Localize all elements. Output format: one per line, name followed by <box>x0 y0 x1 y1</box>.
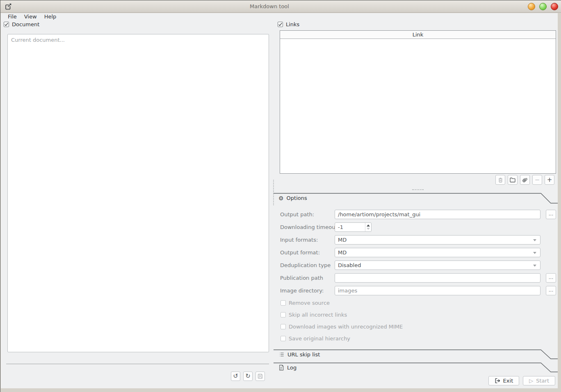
menu-help[interactable]: Help <box>41 13 60 20</box>
gear-icon: ⚙ <box>278 195 284 201</box>
remove-source-label: Remove source <box>289 300 330 306</box>
menu-file[interactable]: File <box>4 13 21 20</box>
document-panel: Document ↺ ↻ <box>1 20 274 388</box>
downloading-timeout-label: Downloading timeout: <box>280 222 339 232</box>
window-content: File View Help Document ↺ <box>1 13 558 388</box>
spin-down-icon[interactable] <box>367 228 370 230</box>
output-format-label: Output format: <box>280 248 320 257</box>
deduplication-type-value: Disabled <box>338 261 361 270</box>
app-window: Markdown tool File View Help Document <box>0 0 561 392</box>
log-file-icon <box>278 365 284 371</box>
document-checkbox[interactable] <box>4 22 9 27</box>
chevron-down-icon <box>533 265 536 267</box>
delete-link-button[interactable] <box>495 175 505 185</box>
document-checkbox-row[interactable]: Document <box>4 21 39 27</box>
output-path-label: Output path: <box>280 210 314 219</box>
titlebar: Markdown tool <box>0 0 561 13</box>
input-formats-select[interactable]: MD <box>335 235 540 245</box>
trash-icon <box>497 177 504 183</box>
spin-buttons[interactable] <box>365 223 371 231</box>
chevron-down-icon <box>533 239 536 241</box>
undo-button[interactable]: ↺ <box>231 372 240 381</box>
links-checkbox[interactable] <box>278 22 283 27</box>
links-table[interactable]: Link <box>280 30 556 174</box>
open-folder-button[interactable] <box>508 175 518 185</box>
maximize-button[interactable] <box>539 3 547 10</box>
save-original-hierarchy-checkbox-row[interactable]: Save original hierarchy <box>280 335 350 342</box>
downloading-timeout-value: -1 <box>338 223 343 231</box>
output-path-input[interactable] <box>335 210 540 219</box>
spin-up-icon[interactable] <box>367 224 370 227</box>
skip-incorrect-links-checkbox[interactable] <box>280 312 286 317</box>
paperclip-icon <box>522 177 528 183</box>
menubar: File View Help <box>1 13 558 20</box>
publication-path-browse-button[interactable]: ... <box>546 273 556 283</box>
links-checkbox-label: Links <box>286 21 299 27</box>
checkmark-icon <box>4 22 9 27</box>
options-splitter-handle[interactable] <box>412 189 424 190</box>
download-unrecognized-mime-checkbox[interactable] <box>280 324 286 329</box>
list-icon <box>278 351 285 358</box>
start-button-label: Start <box>536 378 549 384</box>
attach-file-button[interactable] <box>520 175 530 185</box>
url-skip-list-title: URL skip list <box>287 351 320 358</box>
minus-icon: − <box>535 176 540 184</box>
url-skip-list-section-header[interactable]: URL skip list <box>274 349 558 360</box>
section-fold-line <box>274 193 558 204</box>
deduplication-type-select[interactable]: Disabled <box>335 261 540 270</box>
right-panel: Links Link <box>274 20 558 388</box>
skip-incorrect-links-label: Skip all incorrect links <box>289 312 347 318</box>
document-divider <box>6 364 269 364</box>
chevron-down-icon <box>533 252 536 254</box>
remove-source-checkbox[interactable] <box>280 300 286 306</box>
options-section-header[interactable]: ⚙ Options <box>274 193 558 204</box>
window-title: Markdown tool <box>0 0 561 13</box>
publication-path-label: Publication path <box>280 273 323 283</box>
output-format-value: MD <box>338 248 347 257</box>
input-formats-value: MD <box>338 236 347 244</box>
downloading-timeout-spinbox[interactable]: -1 <box>335 222 372 232</box>
save-icon <box>257 373 263 379</box>
image-directory-browse-button[interactable]: ... <box>546 286 556 295</box>
download-unrecognized-mime-checkbox-row[interactable]: Download images with unrecognized MIME <box>280 324 403 330</box>
document-checkbox-label: Document <box>12 21 39 27</box>
play-icon: ▷ <box>529 378 533 384</box>
undo-icon: ↺ <box>233 373 238 379</box>
save-original-hierarchy-checkbox[interactable] <box>280 336 286 341</box>
image-directory-input[interactable] <box>335 286 540 295</box>
input-formats-label: Input formats: <box>280 235 318 245</box>
redo-button[interactable]: ↻ <box>243 372 253 381</box>
deduplication-type-label: Deduplication type <box>280 261 331 270</box>
options-section-title: Options <box>287 195 307 201</box>
exit-button-label: Exit <box>503 378 513 384</box>
folder-icon <box>509 177 516 183</box>
document-toolbar: ↺ ↻ <box>231 372 265 381</box>
add-link-button[interactable]: + <box>545 175 554 185</box>
links-table-header: Link <box>280 31 556 39</box>
links-checkbox-row[interactable]: Links <box>278 21 299 27</box>
plus-icon: + <box>547 176 552 184</box>
checkmark-icon <box>278 22 283 27</box>
output-format-select[interactable]: MD <box>335 248 540 257</box>
skip-incorrect-links-checkbox-row[interactable]: Skip all incorrect links <box>280 312 347 318</box>
image-directory-label: Image directory: <box>280 286 324 295</box>
log-section-header[interactable]: Log <box>274 363 558 373</box>
document-editor[interactable] <box>7 34 269 352</box>
menu-view[interactable]: View <box>21 13 41 20</box>
footer-actions: Exit ▷ Start <box>488 376 555 385</box>
output-path-browse-button[interactable]: ... <box>546 210 556 219</box>
remove-link-button[interactable]: − <box>532 175 542 185</box>
log-title: Log <box>287 365 296 371</box>
redo-icon: ↻ <box>245 373 251 379</box>
save-original-hierarchy-label: Save original hierarchy <box>289 335 350 342</box>
links-toolbar: − + <box>495 175 554 185</box>
exit-button[interactable]: Exit <box>488 376 520 385</box>
section-fold-line <box>274 363 558 372</box>
close-button[interactable] <box>551 3 558 10</box>
start-button[interactable]: ▷ Start <box>523 376 555 385</box>
minimize-button[interactable] <box>528 3 535 10</box>
save-button[interactable] <box>255 372 265 381</box>
remove-source-checkbox-row[interactable]: Remove source <box>280 300 330 306</box>
publication-path-input[interactable] <box>335 273 540 283</box>
download-unrecognized-mime-label: Download images with unrecognized MIME <box>289 324 403 330</box>
